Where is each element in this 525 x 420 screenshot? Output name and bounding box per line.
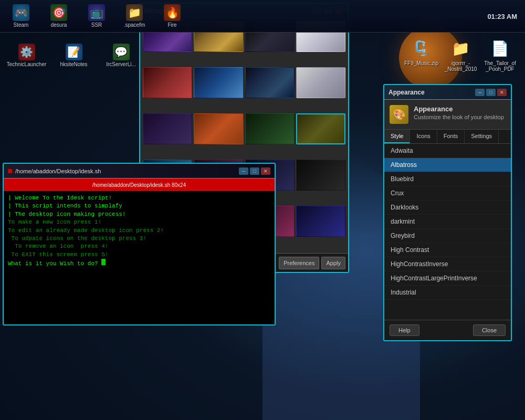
terminal-line: To remove an icon press 4!	[8, 243, 270, 250]
nostril-file-icon: 📁	[450, 38, 471, 59]
terminal-body[interactable]: | Welcome To the Idesk script!| This scr…	[4, 191, 275, 324]
desktop-file-ff9[interactable]: 🗜️ FF9_Music.zip	[404, 38, 438, 72]
irc-icon: 💬	[113, 44, 130, 60]
desktop-icon-hksite[interactable]: 📝 hksiteNotes	[54, 37, 93, 74]
terminal-window: /home/abaddon/Desktop/idesk.sh ─ □ ✕ /ho…	[3, 163, 276, 326]
nitrogen-preferences-button[interactable]: Preferences	[279, 257, 319, 269]
desura-label: desura	[51, 22, 67, 28]
irc-label: IrcServerLi...	[106, 61, 136, 67]
appearance-help-button[interactable]: Help	[390, 324, 419, 336]
fire-label: Fire	[167, 22, 176, 28]
terminal-line: To udpate icons on the desktop press 3!	[8, 235, 270, 243]
hksite-label: hksiteNotes	[60, 61, 87, 67]
appearance-info: Appearance Customize the look of your de…	[414, 105, 504, 120]
desktop-icon-irc[interactable]: 💬 IrcServerLi...	[101, 37, 141, 74]
wallpaper-wp12[interactable]	[296, 113, 345, 144]
terminal-close-button[interactable]: ✕	[261, 167, 270, 175]
wallpaper-wp7[interactable]	[245, 67, 295, 98]
technic-label: TechnicLauncher	[7, 61, 47, 67]
ff9-file-icon: 🗜️	[411, 38, 432, 59]
theme-item-greybird[interactable]: Greybird	[384, 229, 511, 243]
terminal-title: /home/abaddon/Desktop/idesk.sh	[15, 168, 236, 174]
theme-item-high-contrast[interactable]: High Contrast	[384, 243, 511, 257]
terminal-line: | The desktop icon making process!	[8, 211, 270, 218]
appearance-header-desc: Customize the look of your desktop	[414, 114, 504, 120]
desura-icon: 🎯	[50, 4, 67, 21]
terminal-minimize-button[interactable]: ─	[239, 167, 248, 175]
appearance-tab-fonts[interactable]: Fonts	[437, 130, 465, 143]
appearance-minimize-button[interactable]: ─	[475, 89, 485, 96]
terminal-line: | This script intends to simplafy	[8, 202, 270, 210]
appearance-titlebar: Appearance ─ □ ✕	[384, 85, 511, 100]
terminal-line: To EXIT this screem press 5!	[8, 251, 270, 259]
theme-item-darklooks[interactable]: Darklooks	[384, 201, 511, 215]
terminal-window-controls: ─ □ ✕	[239, 167, 270, 175]
appearance-close-button[interactable]: ✕	[497, 89, 507, 96]
ssr-icon: 📺	[88, 4, 105, 21]
theme-item-albatross[interactable]: Albatross	[384, 158, 511, 172]
wallpaper-wp9[interactable]	[143, 113, 192, 144]
terminal-indicator	[8, 169, 12, 173]
steam-icon: 🎮	[13, 4, 29, 21]
wallpaper-wp20[interactable]	[296, 206, 345, 237]
clock: 01:23 AM	[482, 0, 522, 33]
wallpaper-wp10[interactable]	[194, 113, 243, 144]
appearance-header-title: Appearance	[414, 105, 504, 113]
nostril-file-label: igorrrr_-_Nostril_2010	[444, 60, 478, 72]
ff9-file-label: FF9_Music.zip	[404, 60, 438, 66]
appearance-window-controls: ─ □ ✕	[475, 89, 507, 96]
theme-item-industrial[interactable]: Industrial	[384, 286, 511, 300]
taskbar-icon-desura[interactable]: 🎯 desura	[40, 1, 77, 32]
fire-icon: 🔥	[164, 4, 181, 21]
terminal-inner-bar: /home/abaddon/Desktop/idesk.sh 80x24	[4, 178, 275, 191]
appearance-tab-icons[interactable]: Icons	[410, 130, 437, 143]
appearance-window-title: Appearance	[388, 89, 472, 96]
appearance-footer: Help Close	[384, 320, 511, 340]
theme-item-crux[interactable]: Crux	[384, 186, 511, 201]
theme-item-adwaita[interactable]: Adwaita	[384, 144, 511, 158]
terminal-line: To edit an already made desktop icon pre…	[8, 227, 270, 235]
wallpaper-wp5[interactable]	[143, 67, 192, 98]
wallpaper-wp8[interactable]	[296, 67, 345, 98]
desktop-files: 🗜️ FF9_Music.zip 📁 igorrrr_-_Nostril_201…	[399, 33, 522, 77]
theme-item-darkmint[interactable]: darkmint	[384, 215, 511, 229]
taskbar-icon-spacefm[interactable]: 📁 .spacefm	[116, 1, 153, 32]
terminal-line: What is it you Wish to do?	[8, 259, 270, 268]
hksite-icon: 📝	[66, 44, 82, 60]
terminal-maximize-button[interactable]: □	[250, 167, 259, 175]
steam-label: Steam	[14, 22, 29, 28]
appearance-tab-settings[interactable]: Settings	[465, 130, 499, 143]
appearance-tabs: StyleIconsFontsSettings	[384, 130, 511, 144]
terminal-cursor	[101, 259, 106, 265]
wallpaper-wp6[interactable]	[194, 67, 243, 98]
appearance-close-footer-button[interactable]: Close	[473, 324, 506, 336]
theme-item-highcontrastlargeprintinverse[interactable]: HighContrastLargePrintInverse	[384, 271, 511, 286]
appearance-app-icon: 🎨	[390, 105, 408, 124]
terminal-line: | Welcome To the Idesk script!	[8, 194, 270, 202]
taskbar-icon-fire[interactable]: 🔥 Fire	[154, 1, 191, 32]
tailor-file-label: The_Tailor_of_Pooh_PDF	[483, 60, 517, 72]
theme-item-highcontrastinverse[interactable]: HighContrastInverse	[384, 257, 511, 271]
wallpaper-wp11[interactable]	[245, 113, 295, 144]
theme-item-bluebird[interactable]: Bluebird	[384, 172, 511, 186]
ssr-label: SSR	[91, 22, 102, 28]
appearance-header: 🎨 Appearance Customize the look of your …	[384, 100, 511, 130]
nitrogen-apply-button[interactable]: Apply	[321, 257, 345, 269]
desktop-icon-technic[interactable]: ⚙️ TechnicLauncher	[7, 37, 46, 74]
terminal-line: To make a new icon press 1!	[8, 218, 270, 226]
terminal-inner-title: /home/abaddon/Desktop/idesk.sh 80x24	[8, 182, 270, 188]
appearance-window: Appearance ─ □ ✕ 🎨 Appearance Customize …	[383, 84, 512, 341]
desktop-file-tailor[interactable]: 📄 The_Tailor_of_Pooh_PDF	[483, 38, 517, 72]
spacefm-icon: 📁	[126, 4, 143, 21]
taskbar-icon-steam[interactable]: 🎮 Steam	[3, 1, 39, 32]
appearance-maximize-button[interactable]: □	[486, 89, 496, 96]
spacefm-label: .spacefm	[124, 22, 145, 28]
wallpaper-wp16[interactable]	[296, 160, 345, 191]
taskbar: 🎮 Steam 🎯 desura 📺 SSR 📁 .spacefm 🔥 Fire…	[0, 0, 525, 33]
technic-icon: ⚙️	[18, 44, 35, 60]
desktop-file-nostril[interactable]: 📁 igorrrr_-_Nostril_2010	[444, 38, 478, 72]
taskbar-icon-ssr[interactable]: 📺 SSR	[78, 1, 115, 32]
terminal-titlebar: /home/abaddon/Desktop/idesk.sh ─ □ ✕	[4, 164, 275, 178]
appearance-tab-style[interactable]: Style	[384, 130, 410, 143]
appearance-theme-list: AdwaitaAlbatrossBluebirdCruxDarklooksdar…	[384, 144, 511, 320]
